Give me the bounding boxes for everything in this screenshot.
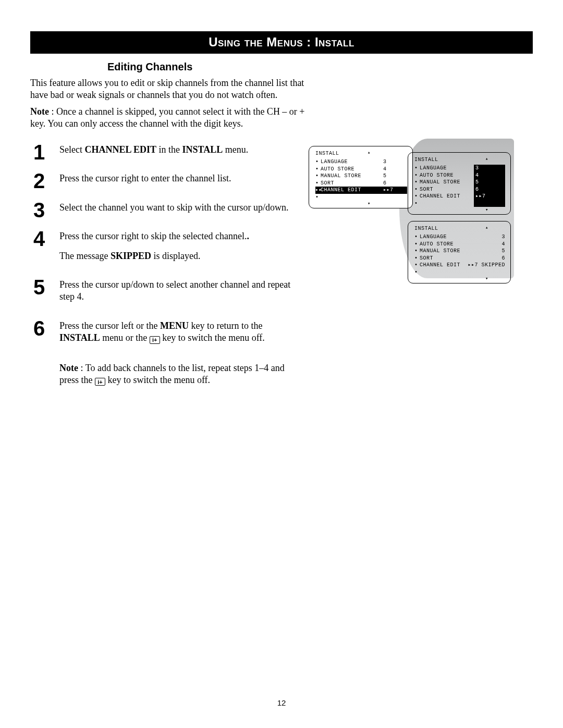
step-number: 4 [30, 228, 48, 249]
subheading: Editing Channels [107, 61, 533, 73]
pointer-icon: ▸▸ [315, 187, 321, 194]
menu-title: INSTALL [414, 157, 505, 163]
skipped-label: SKIPPED [481, 262, 505, 268]
step-body: Select CHANNEL EDIT in the INSTALL menu. [59, 142, 248, 163]
menu-label: AUTO STORE [420, 241, 501, 248]
step-2: 2 Press the cursor right to enter the ch… [30, 170, 296, 192]
arrow-down-icon: ▾ [368, 201, 371, 206]
menu-label: LANGUAGE [321, 158, 383, 166]
menu-value: 3 [474, 165, 505, 172]
menu-row-selected: ▸▸CHANNEL EDIT▸▸7 [315, 187, 407, 194]
text: key to switch the menu off. [105, 375, 210, 385]
text: Press the cursor right to enter the chan… [59, 172, 231, 184]
menu-label: CHANNEL EDIT [420, 262, 468, 269]
page: Using the Menus : Install Editing Channe… [0, 0, 563, 386]
menu-value: 4 [383, 166, 407, 173]
step-6: 6 Press the cursor left or the MENU key … [30, 318, 296, 352]
tv-menu-illustration: ▴ INSTALL •LANGUAGE3 •AUTO STORE4 •MANUA… [309, 146, 533, 208]
menu-row: •AUTO STORE4 [315, 166, 407, 173]
note-label: Note [30, 106, 49, 117]
menu-value: 5 [383, 172, 407, 180]
menu-row: •AUTO STORE4 [414, 172, 505, 179]
menu-row: •SORT6 [315, 180, 407, 187]
step-body: Press the cursor up/down to select anoth… [59, 277, 296, 311]
text: Press the cursor right to skip the selec… [59, 231, 247, 241]
menu-label: SORT [321, 180, 383, 187]
menu-title: INSTALL [414, 226, 505, 231]
step-number: 1 [30, 142, 48, 163]
menu-label: CHANNEL EDIT [321, 187, 383, 194]
menu-value: 6 [474, 186, 505, 193]
menu-value: 4 [474, 172, 505, 179]
bottom-note: Note : To add back channels to the list,… [59, 362, 296, 387]
menu-row: •MANUAL STORE5 [315, 172, 407, 180]
menu-value: 5 [501, 248, 505, 255]
menu-row: • [315, 194, 407, 201]
text: key to return to the [189, 320, 262, 331]
menu-label: AUTO STORE [321, 166, 383, 173]
page-number: 12 [0, 698, 563, 707]
arrow-down-icon: ▾ [485, 207, 488, 213]
text: is displayed. [151, 251, 201, 261]
arrow-down-icon: ▾ [485, 276, 488, 281]
menu-label: SORT [420, 186, 474, 193]
arrow-up-icon: ▴ [368, 150, 371, 155]
section-banner: Using the Menus : Install [30, 31, 533, 54]
top-note: Note : Once a channel is skipped, you ca… [30, 106, 322, 129]
menu-row: •MANUAL STORE5 [414, 248, 505, 255]
step-3: 3 Select the channel you want to skip wi… [30, 200, 296, 221]
intro-paragraph: This feature allows you to edit or skip … [30, 77, 322, 101]
menu-value: 6 [383, 180, 407, 187]
note-label: Note [59, 363, 78, 373]
bold-text: SKIPPED [111, 251, 151, 261]
text: Select [59, 144, 84, 155]
bold-text: INSTALL [182, 144, 223, 155]
arrow-up-icon: ▴ [485, 225, 488, 230]
menu-row: •MANUAL STORE5 [414, 179, 505, 186]
menu-value: 3 [383, 158, 407, 166]
menu-row: •AUTO STORE4 [414, 241, 505, 248]
step-body: Press the cursor right to enter the chan… [59, 170, 231, 192]
text: menu. [223, 144, 248, 155]
arrow-up-icon: ▴ [485, 156, 488, 162]
content-columns: 1 Select CHANNEL EDIT in the INSTALL men… [30, 142, 533, 386]
bold-text: MENU [160, 320, 189, 331]
menu-label: SORT [420, 255, 501, 262]
step-number: 2 [30, 170, 48, 191]
menu-value: 6 [501, 255, 505, 262]
step-number: 5 [30, 277, 48, 298]
menu-label: AUTO STORE [420, 172, 474, 179]
step-5: 5 Press the cursor up/down to select ano… [30, 277, 296, 311]
text: Press the cursor up/down to select anoth… [59, 279, 296, 303]
menu-row: •LANGUAGE3 [315, 158, 407, 166]
info-plus-icon: i+ [95, 378, 105, 386]
text: key to switch the menu off. [160, 332, 265, 343]
steps-column: 1 Select CHANNEL EDIT in the INSTALL men… [30, 142, 296, 386]
bold-text: CHANNEL EDIT [84, 144, 156, 155]
bold-text: INSTALL [59, 332, 100, 343]
menu-panel-b: ▴ INSTALL •LANGUAGE3 •AUTO STORE4 •MANUA… [408, 152, 511, 215]
step-number: 3 [30, 200, 48, 220]
step-body: Press the cursor right to skip the selec… [59, 228, 249, 269]
menu-row: •CHANNEL EDIT▸▸7 SKIPPED [414, 262, 505, 269]
menu-value: 5 [474, 179, 505, 186]
text: menu or the [100, 332, 150, 343]
menu-row: •LANGUAGE3 [414, 233, 505, 241]
menu-value: 4 [501, 241, 505, 248]
step-body: Select the channel you want to skip with… [59, 200, 288, 221]
menu-title: INSTALL [315, 151, 407, 156]
step-body: Press the cursor left or the MENU key to… [59, 318, 296, 352]
note-body: : Once a channel is skipped, you cannot … [30, 106, 305, 129]
menu-label: MANUAL STORE [420, 179, 474, 186]
info-plus-icon: i+ [150, 336, 160, 344]
step-4: 4 Press the cursor right to skip the sel… [30, 228, 296, 269]
menu-row: •SORT6 [414, 255, 505, 262]
menu-value: 7 [390, 187, 394, 193]
text: in the [156, 144, 182, 155]
menu-value: 7 [482, 193, 486, 199]
menu-value: 3 [501, 233, 505, 241]
menu-label: LANGUAGE [420, 233, 501, 241]
text: The message [59, 251, 111, 261]
menu-panel-c: ▴ INSTALL •LANGUAGE3 •AUTO STORE4 •MANUA… [408, 221, 511, 283]
menu-row: • [414, 200, 505, 207]
